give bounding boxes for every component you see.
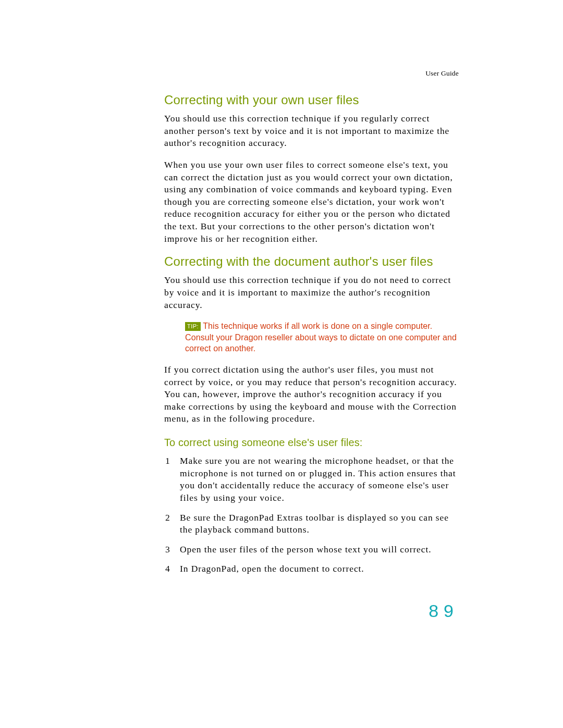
body-paragraph: When you use your own user files to corr…: [164, 159, 459, 245]
running-header: User Guide: [425, 69, 459, 78]
body-paragraph: You should use this correction technique…: [164, 274, 459, 311]
page-number: 89: [429, 601, 459, 621]
tip-callout: TIP:This technique works if all work is …: [185, 320, 459, 354]
list-item: Make sure you are not wearing the microp…: [164, 455, 459, 504]
procedure-heading: To correct using someone else's user fil…: [164, 437, 459, 449]
body-paragraph: You should use this correction technique…: [164, 113, 459, 150]
tip-badge: TIP:: [185, 322, 201, 331]
procedure-steps: Make sure you are not wearing the microp…: [164, 455, 459, 575]
list-item: In DragonPad, open the document to corre…: [164, 563, 459, 575]
list-item: Be sure the DragonPad Extras toolbar is …: [164, 512, 459, 536]
body-paragraph: If you correct dictation using the autho…: [164, 364, 459, 425]
page-content: Correcting with your own user files You …: [164, 93, 459, 575]
list-item: Open the user files of the person whose …: [164, 544, 459, 556]
tip-text: This technique works if all work is done…: [185, 322, 457, 353]
document-page: User Guide Correcting with your own user…: [0, 0, 563, 728]
section-heading-own-files: Correcting with your own user files: [164, 93, 459, 107]
section-heading-author-files: Correcting with the document author's us…: [164, 254, 459, 269]
